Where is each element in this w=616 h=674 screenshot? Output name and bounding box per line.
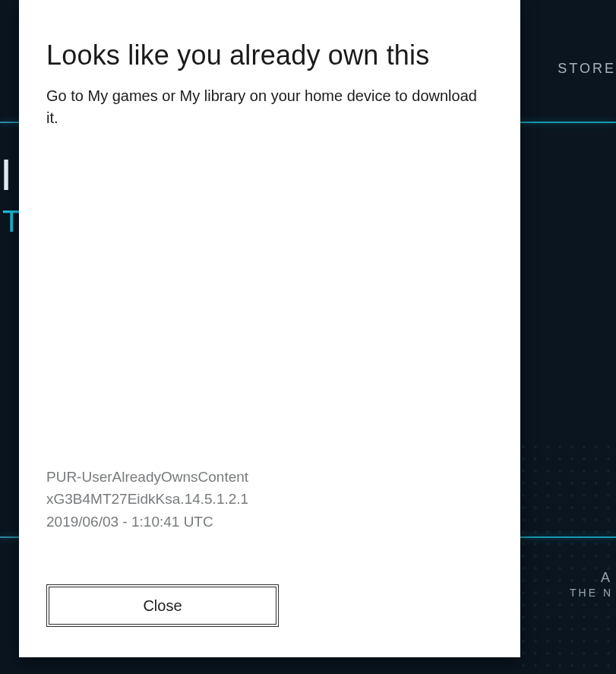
- dialog-spacer: [19, 143, 520, 466]
- error-code: PUR-UserAlreadyOwnsContent: [46, 466, 493, 488]
- background-tile-label-line1: A: [570, 570, 613, 587]
- dialog-title: Looks like you already own this: [19, 0, 520, 85]
- background-tile-label: A THE N: [570, 570, 613, 599]
- background-hex-pattern: [517, 441, 616, 669]
- purchase-dialog: Looks like you already own this Go to My…: [19, 0, 520, 657]
- background-partial-heading-letter: I: [0, 150, 20, 199]
- background-partial-accent-letter: T: [2, 204, 21, 239]
- background-tile-label-line2: THE N: [570, 587, 613, 600]
- background-store-nav-label: STORE: [558, 61, 616, 77]
- error-details-block: PUR-UserAlreadyOwnsContent xG3B4MT27Eidk…: [19, 466, 520, 584]
- dialog-button-row: Close: [19, 584, 520, 657]
- error-timestamp: 2019/06/03 - 1:10:41 UTC: [46, 511, 493, 533]
- close-button[interactable]: Close: [46, 584, 279, 627]
- dialog-body-text: Go to My games or My library on your hom…: [19, 85, 520, 143]
- error-reference-id: xG3B4MT27EidkKsa.14.5.1.2.1: [46, 488, 493, 510]
